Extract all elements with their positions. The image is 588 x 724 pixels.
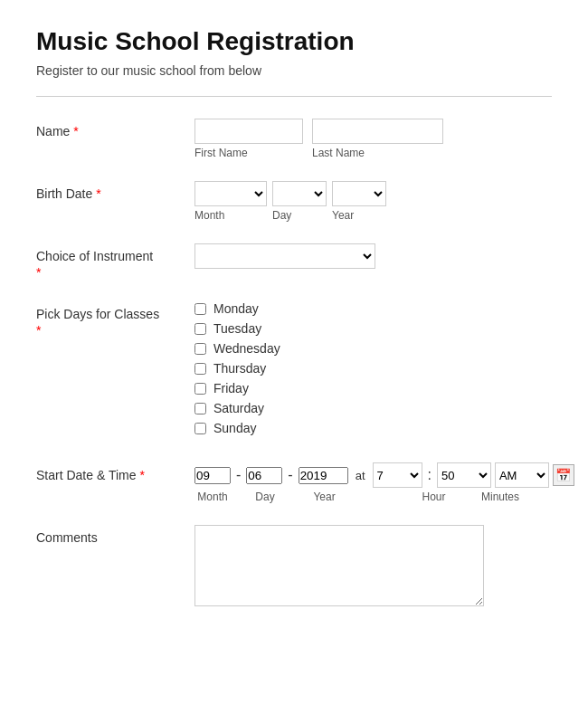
comments-label: Comments bbox=[36, 530, 98, 545]
birth-date-label: Birth Date bbox=[36, 186, 92, 201]
start-day-label: Day bbox=[247, 491, 283, 503]
instrument-label: Choice of Instrument bbox=[36, 249, 194, 263]
comments-row: Comments bbox=[36, 525, 552, 609]
start-minutes-label: Minutes bbox=[473, 491, 527, 503]
tuesday-label: Tuesday bbox=[213, 321, 261, 336]
dash-2: - bbox=[286, 467, 294, 483]
saturday-label: Saturday bbox=[213, 401, 264, 415]
datetime-labels-row: Month Day Year Hour Minutes bbox=[194, 491, 574, 503]
thursday-checkbox[interactable] bbox=[194, 363, 206, 375]
list-item: Saturday bbox=[194, 401, 552, 415]
birth-year-label: Year bbox=[332, 209, 386, 222]
start-hour-label: Hour bbox=[409, 491, 459, 503]
thursday-label: Thursday bbox=[213, 361, 266, 376]
friday-checkbox[interactable] bbox=[194, 383, 206, 395]
colon: : bbox=[426, 467, 433, 483]
birth-day-label: Day bbox=[272, 209, 327, 222]
start-datetime-required: * bbox=[139, 468, 144, 482]
instrument-content: Guitar Piano Violin Drums Flute bbox=[194, 243, 552, 269]
birth-day-select[interactable]: 01020304 05060708 0910 bbox=[272, 181, 327, 206]
list-item: Wednesday bbox=[194, 341, 552, 356]
comments-label-container: Comments bbox=[36, 525, 194, 545]
start-datetime-content: - - at 78910 111212 3456 : 00051015 2025… bbox=[194, 462, 574, 503]
last-name-group: Last Name bbox=[312, 119, 443, 159]
comments-textarea[interactable] bbox=[194, 525, 484, 606]
wednesday-label: Wednesday bbox=[213, 341, 280, 356]
instrument-required: * bbox=[36, 265, 194, 280]
instrument-row: Choice of Instrument * Guitar Piano Viol… bbox=[36, 243, 552, 280]
start-datetime-label-container: Start Date & Time * bbox=[36, 462, 194, 482]
start-year-label: Year bbox=[299, 491, 349, 503]
sunday-label: Sunday bbox=[213, 421, 256, 435]
name-inputs-container: First Name Last Name bbox=[194, 119, 552, 159]
sunday-checkbox[interactable] bbox=[194, 423, 206, 434]
days-label-container: Pick Days for Classes * bbox=[36, 301, 194, 338]
instrument-select[interactable]: Guitar Piano Violin Drums Flute bbox=[194, 243, 375, 269]
start-year-input[interactable] bbox=[299, 467, 348, 484]
last-name-input[interactable] bbox=[312, 119, 443, 144]
days-row: Pick Days for Classes * Monday Tuesday W… bbox=[36, 301, 552, 441]
divider bbox=[36, 96, 552, 97]
list-item: Thursday bbox=[194, 361, 552, 376]
days-label: Pick Days for Classes bbox=[36, 307, 194, 321]
wednesday-checkbox[interactable] bbox=[194, 343, 206, 355]
birth-date-label-container: Birth Date * bbox=[36, 181, 194, 201]
name-required: * bbox=[73, 124, 78, 138]
birth-date-content: 010203 040506 070809 101112 Month 010203… bbox=[194, 181, 552, 222]
days-content: Monday Tuesday Wednesday Thursday Friday… bbox=[194, 301, 552, 441]
name-inputs: First Name Last Name bbox=[194, 119, 552, 159]
at-label: at bbox=[352, 469, 369, 482]
birth-date-row: Birth Date * 010203 040506 070809 101112… bbox=[36, 181, 552, 222]
birth-month-select[interactable]: 010203 040506 070809 101112 bbox=[194, 181, 267, 206]
start-minutes-select[interactable]: 00051015 20253035 40455055 bbox=[437, 462, 491, 488]
start-datetime-row: Start Date & Time * - - at 78910 111212 … bbox=[36, 462, 552, 503]
last-name-label: Last Name bbox=[312, 147, 443, 159]
datetime-fields: - - at 78910 111212 3456 : 00051015 2025… bbox=[194, 462, 574, 503]
birth-date-inputs: 010203 040506 070809 101112 Month 010203… bbox=[194, 181, 552, 222]
instrument-label-container: Choice of Instrument * bbox=[36, 243, 194, 280]
list-item: Friday bbox=[194, 381, 552, 395]
start-hour-select[interactable]: 78910 111212 3456 bbox=[373, 462, 422, 488]
days-list: Monday Tuesday Wednesday Thursday Friday… bbox=[194, 301, 552, 435]
comments-content bbox=[194, 525, 552, 609]
start-ampm-select[interactable]: AMPM bbox=[495, 462, 549, 488]
name-label: Name bbox=[36, 124, 70, 138]
list-item: Tuesday bbox=[194, 321, 552, 336]
birth-date-required: * bbox=[96, 186, 100, 201]
calendar-icon[interactable]: 📅 bbox=[553, 464, 574, 486]
start-datetime-label: Start Date & Time bbox=[36, 468, 136, 482]
first-name-group: First Name bbox=[194, 119, 303, 159]
start-month-label: Month bbox=[194, 491, 231, 503]
days-required: * bbox=[36, 323, 194, 338]
friday-label: Friday bbox=[213, 381, 249, 395]
birth-year-group: 200020012002 Year bbox=[332, 181, 386, 222]
datetime-inputs-row: - - at 78910 111212 3456 : 00051015 2025… bbox=[194, 462, 574, 488]
start-day-input[interactable] bbox=[246, 467, 282, 484]
page-subtitle: Register to our music school from below bbox=[36, 63, 552, 78]
birth-day-group: 01020304 05060708 0910 Day bbox=[272, 181, 327, 222]
start-month-input[interactable] bbox=[194, 467, 231, 484]
name-label-container: Name * bbox=[36, 119, 194, 138]
first-name-input[interactable] bbox=[194, 119, 303, 144]
birth-month-label: Month bbox=[194, 209, 267, 222]
monday-checkbox[interactable] bbox=[194, 303, 206, 315]
birth-month-group: 010203 040506 070809 101112 Month bbox=[194, 181, 267, 222]
birth-year-select[interactable]: 200020012002 bbox=[332, 181, 386, 206]
page-title: Music School Registration bbox=[36, 27, 552, 56]
monday-label: Monday bbox=[213, 301, 259, 316]
tuesday-checkbox[interactable] bbox=[194, 323, 206, 335]
list-item: Monday bbox=[194, 301, 552, 316]
list-item: Sunday bbox=[194, 421, 552, 435]
name-row: Name * First Name Last Name bbox=[36, 119, 552, 159]
saturday-checkbox[interactable] bbox=[194, 403, 206, 414]
first-name-label: First Name bbox=[194, 147, 303, 159]
dash-1: - bbox=[234, 467, 242, 483]
